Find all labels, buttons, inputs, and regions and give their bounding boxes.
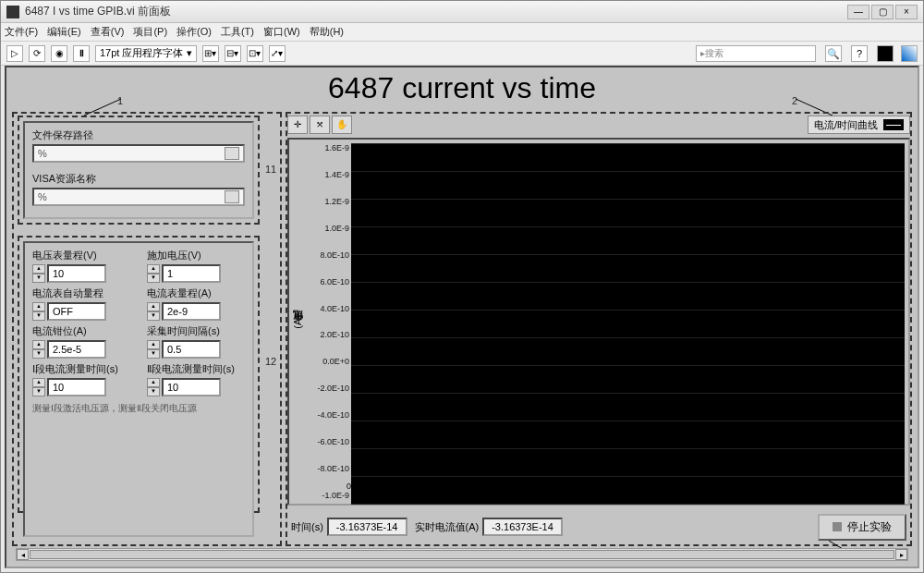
abort-button[interactable]: ◉ — [51, 45, 67, 62]
spinner-up-icon[interactable]: ▲ — [147, 340, 160, 349]
plot-area[interactable] — [351, 143, 905, 504]
visa-resource-input[interactable]: % — [32, 188, 245, 206]
param-value[interactable]: 10 — [47, 378, 106, 396]
spinner-down-icon[interactable]: ▼ — [147, 274, 160, 283]
minimize-button[interactable]: — — [847, 5, 869, 19]
plot-legend[interactable]: 电流/时间曲线 — [808, 116, 910, 134]
align-button[interactable]: ⊞▾ — [202, 45, 219, 62]
param-value[interactable]: 10 — [47, 264, 106, 283]
current-readout-label: 实时电流值(A) — [415, 520, 480, 534]
toolbar: ▷ ⟳ ◉ Ⅱ 17pt 应用程序字体 ▾ ⊞▾ ⊟▾ ⊡▾ ⤢▾ ▸ 搜索 🔍… — [1, 42, 923, 66]
font-label: 17pt 应用程序字体 — [100, 46, 183, 60]
font-selector[interactable]: 17pt 应用程序字体 ▾ — [95, 45, 197, 62]
param-cell: 电流钳位(A)▲▼2.5e-5 — [32, 324, 130, 359]
y-axis-label: 电流值(A) — [289, 315, 307, 329]
menu-window[interactable]: 窗口(W) — [263, 25, 300, 39]
spinner[interactable]: ▲▼ — [147, 378, 160, 396]
spinner-up-icon[interactable]: ▲ — [32, 378, 45, 387]
run-continuous-button[interactable]: ⟳ — [29, 45, 45, 62]
param-cell: 采集时间间隔(s)▲▼0.5 — [147, 324, 245, 359]
param-value[interactable]: OFF — [47, 302, 106, 321]
menu-view[interactable]: 查看(V) — [91, 25, 125, 39]
spinner-down-icon[interactable]: ▼ — [147, 387, 160, 396]
distribute-button[interactable]: ⊟▾ — [225, 45, 241, 62]
gridline — [351, 226, 905, 227]
pan-tool-icon[interactable]: ✋ — [332, 116, 352, 134]
gridline — [351, 171, 905, 172]
spinner[interactable]: ▲▼ — [32, 264, 45, 283]
scroll-right-icon[interactable]: ▸ — [895, 549, 907, 560]
cursor-tool-icon[interactable]: ✛ — [287, 116, 308, 134]
app-icon — [6, 6, 19, 18]
spinner-down-icon[interactable]: ▼ — [32, 311, 45, 321]
menu-file[interactable]: 文件(F) — [5, 25, 38, 39]
scroll-left-icon[interactable]: ◂ — [17, 549, 29, 560]
menu-project[interactable]: 项目(P) — [133, 25, 167, 39]
param-control[interactable]: ▲▼2e-9 — [147, 302, 245, 321]
spinner-down-icon[interactable]: ▼ — [147, 349, 160, 359]
spinner-down-icon[interactable]: ▼ — [147, 311, 160, 321]
param-value[interactable]: 10 — [162, 378, 221, 396]
spinner[interactable]: ▲▼ — [147, 302, 160, 321]
scroll-thumb[interactable] — [30, 550, 894, 559]
close-button[interactable]: × — [895, 5, 918, 19]
param-value[interactable]: 1 — [162, 264, 221, 283]
spinner-down-icon[interactable]: ▼ — [32, 349, 45, 359]
param-control[interactable]: ▲▼10 — [32, 378, 130, 396]
spinner-down-icon[interactable]: ▼ — [32, 387, 45, 396]
spinner-up-icon[interactable]: ▲ — [32, 264, 45, 274]
param-control[interactable]: ▲▼1 — [147, 264, 245, 283]
spinner-up-icon[interactable]: ▲ — [32, 302, 45, 311]
param-value[interactable]: 2e-9 — [162, 302, 221, 321]
param-control[interactable]: ▲▼0.5 — [147, 340, 245, 359]
param-control[interactable]: ▲▼10 — [147, 378, 245, 396]
zoom-tool-icon[interactable]: ⤧ — [310, 116, 330, 134]
current-readout: 实时电流值(A) -3.16373E-14 — [415, 518, 563, 536]
gridline — [351, 504, 905, 505]
spinner-down-icon[interactable]: ▼ — [32, 274, 45, 283]
menu-edit[interactable]: 编辑(E) — [47, 25, 81, 39]
right-panel: ✛ ⤧ ✋ 电流/时间曲线 电流值(A) 1.6E-91.4E-91.2E-91… — [287, 116, 910, 541]
param-control[interactable]: ▲▼10 — [32, 264, 130, 283]
file-path-input[interactable]: % — [32, 144, 245, 163]
spinner-up-icon[interactable]: ▲ — [147, 302, 160, 311]
gridline — [351, 143, 905, 144]
search-input[interactable]: ▸ 搜索 — [696, 45, 816, 62]
spinner[interactable]: ▲▼ — [147, 264, 160, 283]
reorder-button[interactable]: ⤢▾ — [269, 45, 286, 62]
browse-icon[interactable] — [225, 147, 239, 160]
y-tick: -2.0E-10 — [309, 384, 349, 393]
gridline — [351, 254, 905, 255]
spinner-up-icon[interactable]: ▲ — [147, 264, 160, 274]
spinner[interactable]: ▲▼ — [32, 378, 45, 396]
spinner[interactable]: ▲▼ — [32, 340, 45, 359]
spinner[interactable]: ▲▼ — [32, 302, 45, 321]
visa-dropdown-icon[interactable] — [225, 190, 239, 203]
spinner[interactable]: ▲▼ — [147, 340, 160, 359]
gridline — [351, 337, 905, 338]
menu-operate[interactable]: 操作(O) — [176, 25, 212, 39]
menu-tools[interactable]: 工具(T) — [221, 25, 254, 39]
horizontal-scrollbar[interactable]: ◂ ▸ — [16, 548, 908, 561]
palette-swatch-2[interactable] — [901, 45, 918, 62]
pause-button[interactable]: Ⅱ — [73, 45, 90, 62]
param-value[interactable]: 2.5e-5 — [47, 340, 106, 359]
maximize-button[interactable]: ▢ — [871, 5, 894, 19]
spinner-up-icon[interactable]: ▲ — [147, 378, 160, 387]
run-button[interactable]: ▷ — [6, 45, 23, 62]
gridline — [351, 448, 905, 449]
param-control[interactable]: ▲▼2.5e-5 — [32, 340, 130, 359]
stop-button[interactable]: 停止实验 — [818, 514, 906, 541]
y-tick: 1.4E-9 — [309, 170, 349, 179]
param-control[interactable]: ▲▼OFF — [32, 302, 130, 321]
y-tick: 8.0E-10 — [309, 250, 349, 260]
xy-plot[interactable]: 电流值(A) 1.6E-91.4E-91.2E-91.0E-98.0E-106.… — [287, 138, 910, 506]
resize-button[interactable]: ⊡▾ — [247, 45, 263, 62]
palette-swatch-1[interactable] — [877, 45, 894, 62]
visa-label: VISA资源名称 — [32, 172, 245, 186]
help-button[interactable]: ? — [851, 45, 868, 62]
search-icon[interactable]: 🔍 — [825, 45, 842, 62]
spinner-up-icon[interactable]: ▲ — [32, 340, 45, 349]
menu-help[interactable]: 帮助(H) — [310, 25, 344, 39]
param-value[interactable]: 0.5 — [162, 340, 221, 359]
